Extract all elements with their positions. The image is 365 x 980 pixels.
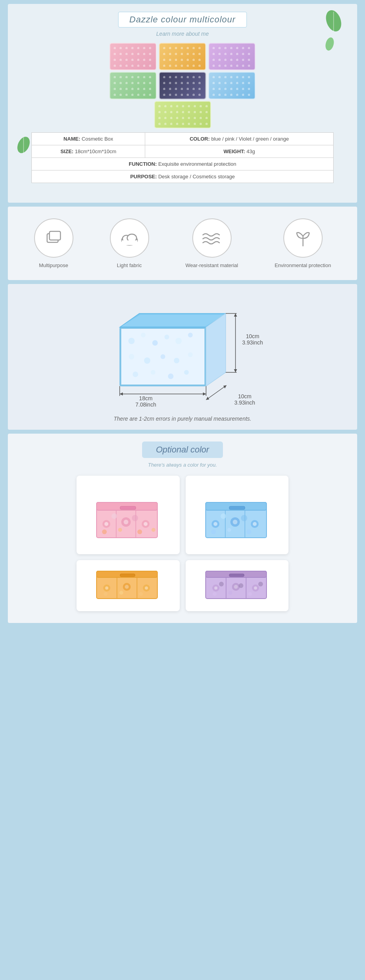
table-row-purpose: PURPOSE: Desk storage / Cosmetics storag… [32,170,334,183]
pink-product-art [93,483,163,547]
optional-color-subtitle: There's always a color for you. [16,462,349,468]
box-row-2 [110,72,256,99]
svg-point-76 [211,529,216,534]
svg-point-59 [102,529,107,534]
feature-circle-wear-resistant [192,218,232,258]
info-table-section: NAME: Cosmetic Box COLOR: blue / pink / … [16,132,349,191]
leaf-small-icon [324,37,336,51]
svg-point-15 [164,335,169,339]
depth-dimension: 10cm 3.93inch [234,393,255,406]
wear-resistant-icon [201,230,223,246]
box-orange [159,43,206,70]
svg-point-103 [254,586,257,590]
blue-color-card [186,476,289,554]
svg-marker-41 [234,369,237,372]
svg-point-104 [213,592,217,596]
purple-box-svg [204,565,270,604]
svg-point-78 [246,529,251,534]
svg-rect-28 [120,385,206,386]
blue-product-art [202,483,272,547]
feature-circle-light-fabric [110,218,149,258]
svg-point-20 [161,354,165,359]
svg-point-106 [248,592,252,596]
svg-point-69 [214,522,217,526]
hero-title: Dazzle colour multicolour [130,15,236,24]
svg-point-108 [239,583,243,588]
weight-cell: WEIGHT: 43g [145,145,334,158]
svg-marker-35 [120,392,123,396]
feature-label-wear-resistant: Wear-resistant material [186,262,238,268]
box-row-1 [110,43,256,70]
svg-rect-6 [49,231,60,240]
multipurpose-icon [44,228,64,248]
optional-color-title: Optional color [156,445,209,454]
svg-rect-93 [120,574,135,577]
svg-point-87 [125,585,129,589]
purple-product-art [204,565,270,606]
svg-point-85 [105,586,108,590]
svg-point-61 [137,529,142,534]
color-cell: COLOR: blue / pink / Violet / green / or… [145,133,334,145]
svg-point-71 [233,520,237,524]
feature-light-fabric: Light fabric [110,218,149,268]
svg-point-89 [145,586,148,590]
purpose-cell: PURPOSE: Desk storage / Cosmetics storag… [32,170,334,183]
hero-subtitle: Learn more about me [16,31,349,37]
table-row-size-weight: SIZE: 18cm*10cm*10cm WEIGHT: 43g [32,145,334,158]
eco-icon [294,228,312,248]
svg-point-92 [139,592,143,596]
svg-rect-63 [120,506,136,509]
box-row-3 [154,101,211,128]
svg-point-105 [228,591,232,595]
orange-box-svg [95,565,161,604]
svg-point-54 [124,520,128,524]
svg-point-58 [132,515,138,521]
svg-point-109 [258,582,263,586]
feature-label-light-fabric: Light fabric [117,262,142,268]
feature-label-eco: Environmental protection [275,262,331,268]
leaf-top-right-icon [324,10,343,31]
table-row-function: FUNCTION: Exquisite environmental protec… [32,158,334,170]
svg-point-99 [214,586,217,590]
box-pink [110,43,157,70]
leaf-bottom-left-icon [16,136,31,154]
orange-color-card [77,560,180,611]
svg-point-62 [151,528,155,532]
optional-color-title-box: Optional color [142,441,223,458]
svg-rect-29 [120,327,121,386]
page-wrapper: Dazzle colour multicolour Learn more abo… [0,4,365,623]
box-blue [208,72,256,99]
svg-point-13 [141,333,146,337]
product-info-table: NAME: Cosmetic Box COLOR: blue / pink / … [31,132,334,183]
feature-multipurpose: Multipurpose [34,218,73,268]
svg-point-77 [227,528,231,532]
svg-point-90 [104,592,108,596]
svg-point-91 [119,591,123,595]
colors-section: Optional color There's always a color fo… [8,434,357,623]
feature-eco: Environmental protection [275,218,331,268]
svg-point-18 [129,354,134,359]
svg-rect-110 [229,574,244,577]
purple-color-card [186,560,289,611]
svg-point-52 [104,522,108,526]
svg-marker-40 [234,313,237,317]
svg-line-44 [206,385,226,400]
features-section: Multipurpose Light fabric [8,207,357,280]
dimension-illustration: 18cm 7.08inch 10cm 3.93inch 10cm 3.93inc… [88,296,277,410]
table-row-name-color: NAME: Cosmetic Box COLOR: blue / pink / … [32,133,334,145]
function-cell: FUNCTION: Exquisite environmental protec… [32,158,334,170]
width-dimension: 18cm 7.08inch [135,395,156,408]
svg-point-60 [118,528,122,532]
svg-point-75 [241,515,247,521]
pink-box-svg [93,483,163,546]
svg-point-17 [188,333,193,337]
box-green [110,72,157,99]
svg-point-25 [168,374,173,379]
svg-point-22 [188,352,193,357]
svg-point-23 [133,372,138,377]
name-cell: NAME: Cosmetic Box [32,133,145,145]
box-lavender [208,43,256,70]
svg-point-73 [253,522,257,526]
dimensions-section: 18cm 7.08inch 10cm 3.93inch 10cm 3.93inc… [8,284,357,430]
svg-rect-10 [122,240,137,245]
